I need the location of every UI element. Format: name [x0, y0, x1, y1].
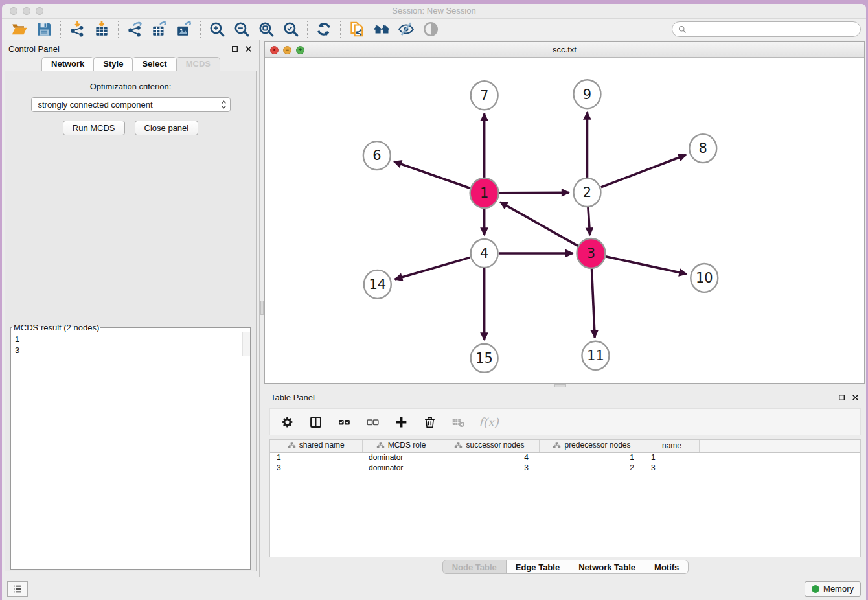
- table-row[interactable]: 1dominator411: [270, 452, 860, 463]
- mcds-result-text[interactable]: 13: [11, 334, 250, 356]
- graph-node-1[interactable]: 1: [470, 178, 499, 208]
- minimize-network-button[interactable]: −: [283, 46, 291, 54]
- zoom-fit-button[interactable]: [254, 19, 279, 39]
- table-cell[interactable]: 3: [270, 463, 362, 473]
- tab-edge-table[interactable]: Edge Table: [506, 560, 569, 574]
- table-cell[interactable]: dominator: [362, 452, 440, 463]
- table-row[interactable]: 3dominator323: [270, 463, 860, 473]
- tab-style[interactable]: Style: [93, 57, 133, 71]
- dropdown-selected-value: strongly connected component: [38, 100, 153, 110]
- close-network-button[interactable]: ×: [270, 46, 279, 54]
- graph-node-9[interactable]: 9: [573, 80, 600, 108]
- table-cell[interactable]: 3: [440, 463, 539, 473]
- graph-node-11[interactable]: 11: [582, 341, 609, 370]
- zoom-selected-icon: [282, 21, 299, 38]
- app-window: Session: New Session Control Panel Netwo: [2, 4, 866, 600]
- select-all-rows-button[interactable]: [336, 414, 352, 430]
- svg-text:3: 3: [587, 246, 595, 261]
- export-network-button[interactable]: [122, 19, 147, 39]
- node-table: shared nameMCDS rolesuccessor nodesprede…: [270, 440, 860, 473]
- column-header-name[interactable]: name: [645, 440, 699, 452]
- network-canvas[interactable]: 7968124314101511: [265, 58, 864, 383]
- column-header-MCDS-role[interactable]: MCDS role: [362, 440, 440, 452]
- edge-3-1[interactable]: [500, 202, 578, 246]
- vertical-splitter[interactable]: [259, 40, 264, 577]
- gear-icon: [280, 415, 294, 429]
- table-cell[interactable]: 2: [539, 463, 645, 473]
- column-header-shared-name[interactable]: shared name: [270, 440, 362, 452]
- float-panel-icon[interactable]: [231, 45, 239, 53]
- table-cell[interactable]: 3: [645, 463, 699, 473]
- save-session-button[interactable]: [32, 19, 56, 39]
- graph-node-4[interactable]: 4: [471, 239, 498, 268]
- horizontal-splitter[interactable]: [264, 384, 866, 389]
- add-icon: [394, 415, 408, 429]
- export-table-button[interactable]: [147, 19, 172, 39]
- optimization-criterion-dropdown[interactable]: strongly connected component: [31, 97, 231, 112]
- network-graph[interactable]: 7968124314101511: [265, 58, 864, 383]
- search-input[interactable]: [690, 25, 855, 34]
- table-settings-button[interactable]: [279, 414, 295, 430]
- export-image-button[interactable]: [172, 19, 196, 39]
- edge-1-2[interactable]: [499, 192, 569, 193]
- table-cell[interactable]: 1: [539, 452, 645, 463]
- splitter-handle[interactable]: [554, 384, 566, 387]
- edge-3-10[interactable]: [606, 257, 687, 274]
- zoom-in-button[interactable]: [205, 19, 229, 39]
- search-box[interactable]: [672, 21, 861, 37]
- close-panel-button[interactable]: Close panel: [135, 121, 199, 135]
- tab-motifs[interactable]: Motifs: [645, 560, 689, 574]
- graph-node-15[interactable]: 15: [471, 344, 498, 373]
- open-session-button[interactable]: [7, 19, 32, 39]
- maximize-network-button[interactable]: +: [296, 46, 304, 54]
- graph-node-10[interactable]: 10: [691, 264, 718, 292]
- graph-node-14[interactable]: 14: [364, 270, 391, 299]
- edge-4-14[interactable]: [395, 257, 470, 279]
- add-column-button[interactable]: [393, 414, 409, 430]
- task-history-button[interactable]: [7, 581, 28, 597]
- duplicate-network-button[interactable]: [345, 19, 369, 39]
- import-table-button[interactable]: [89, 19, 114, 39]
- memory-button[interactable]: Memory: [805, 581, 861, 597]
- home-button[interactable]: [369, 19, 394, 39]
- graph-node-3[interactable]: 3: [577, 238, 605, 268]
- edge-2-3[interactable]: [588, 207, 590, 235]
- graph-node-8[interactable]: 8: [689, 134, 716, 163]
- close-panel-icon[interactable]: [244, 45, 253, 53]
- delete-table-button: [450, 414, 466, 430]
- edge-2-8[interactable]: [601, 155, 686, 187]
- tab-network[interactable]: Network: [41, 57, 94, 71]
- column-header-successor-nodes[interactable]: successor nodes: [440, 440, 539, 452]
- column-header-predecessor-nodes[interactable]: predecessor nodes: [539, 440, 645, 452]
- graph-node-6[interactable]: 6: [363, 141, 391, 170]
- split-panel-button[interactable]: [308, 414, 323, 430]
- graph-node-7[interactable]: 7: [471, 81, 498, 110]
- apply-layout-button[interactable]: [312, 19, 336, 39]
- edge-1-6[interactable]: [394, 161, 470, 188]
- import-network-button[interactable]: [65, 19, 89, 39]
- column-header-label: successor nodes: [466, 441, 524, 450]
- hide-panels-button[interactable]: [394, 19, 418, 39]
- graph-node-2[interactable]: 2: [573, 178, 600, 207]
- delete-column-button[interactable]: [422, 414, 437, 430]
- tab-network-table[interactable]: Network Table: [569, 560, 645, 574]
- deselect-all-rows-button[interactable]: [365, 414, 380, 430]
- tab-mcds[interactable]: MCDS: [176, 57, 220, 71]
- zoom-out-button[interactable]: [229, 19, 254, 39]
- run-mcds-button[interactable]: Run MCDS: [63, 121, 125, 135]
- tab-select[interactable]: Select: [132, 57, 176, 71]
- network-window: × − + scc.txt 7968124314101511: [264, 41, 865, 384]
- zoom-selected-button[interactable]: [279, 19, 303, 39]
- float-panel-icon[interactable]: [838, 393, 846, 402]
- table-cell[interactable]: 1: [645, 452, 699, 463]
- tab-node-table[interactable]: Node Table: [442, 560, 507, 574]
- splitter-handle[interactable]: [260, 301, 264, 315]
- table-cell[interactable]: 4: [440, 452, 539, 463]
- network-overview-button[interactable]: [418, 19, 443, 39]
- edge-3-11[interactable]: [591, 268, 595, 338]
- close-panel-icon[interactable]: [851, 393, 860, 402]
- mcds-result-box: MCDS result (2 nodes) 13: [10, 323, 251, 570]
- table-cell[interactable]: 1: [270, 452, 362, 463]
- result-scrollbar[interactable]: [242, 332, 250, 356]
- table-cell[interactable]: dominator: [362, 463, 440, 473]
